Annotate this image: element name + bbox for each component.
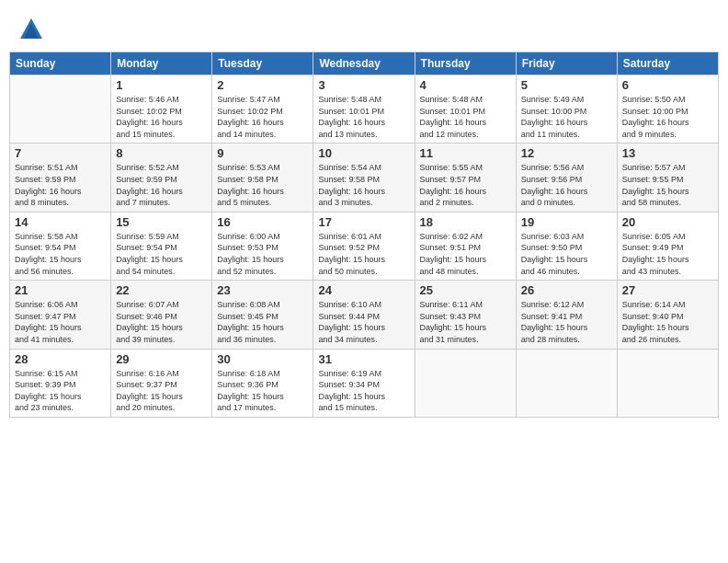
day-cell: 28Sunrise: 6:15 AM Sunset: 9:39 PM Dayli… — [10, 349, 111, 417]
day-cell — [10, 75, 111, 144]
day-number: 13 — [622, 146, 713, 160]
day-info: Sunrise: 6:06 AM Sunset: 9:47 PM Dayligh… — [15, 299, 106, 345]
day-info: Sunrise: 6:01 AM Sunset: 9:52 PM Dayligh… — [318, 231, 409, 277]
day-info: Sunrise: 6:10 AM Sunset: 9:44 PM Dayligh… — [318, 299, 409, 345]
day-cell: 27Sunrise: 6:14 AM Sunset: 9:40 PM Dayli… — [617, 281, 718, 349]
day-cell: 18Sunrise: 6:02 AM Sunset: 9:51 PM Dayli… — [415, 212, 516, 280]
day-cell: 29Sunrise: 6:16 AM Sunset: 9:37 PM Dayli… — [111, 349, 212, 417]
day-number: 17 — [318, 215, 409, 229]
day-number: 4 — [420, 78, 511, 92]
day-number: 1 — [116, 78, 207, 92]
day-cell: 14Sunrise: 5:58 AM Sunset: 9:54 PM Dayli… — [10, 212, 111, 280]
page-header — [9, 9, 719, 46]
day-number: 6 — [622, 78, 713, 92]
day-cell: 10Sunrise: 5:54 AM Sunset: 9:58 PM Dayli… — [313, 144, 415, 212]
day-number: 16 — [217, 215, 308, 229]
day-info: Sunrise: 5:54 AM Sunset: 9:58 PM Dayligh… — [318, 162, 409, 208]
header-cell-wednesday: Wednesday — [313, 52, 415, 75]
day-info: Sunrise: 5:46 AM Sunset: 10:02 PM Daylig… — [116, 94, 207, 140]
day-cell — [617, 349, 718, 417]
day-number: 23 — [217, 283, 308, 297]
logo-icon — [18, 17, 44, 42]
day-cell — [516, 349, 617, 417]
day-number: 15 — [116, 215, 207, 229]
week-row-3: 14Sunrise: 5:58 AM Sunset: 9:54 PM Dayli… — [10, 212, 719, 280]
day-number: 10 — [318, 146, 409, 160]
day-info: Sunrise: 6:03 AM Sunset: 9:50 PM Dayligh… — [521, 231, 612, 277]
day-info: Sunrise: 6:02 AM Sunset: 9:51 PM Dayligh… — [420, 231, 511, 277]
day-number: 26 — [521, 283, 612, 297]
day-cell: 3Sunrise: 5:48 AM Sunset: 10:01 PM Dayli… — [313, 75, 415, 144]
day-cell: 13Sunrise: 5:57 AM Sunset: 9:55 PM Dayli… — [617, 144, 718, 212]
day-number: 5 — [521, 78, 612, 92]
day-info: Sunrise: 5:52 AM Sunset: 9:59 PM Dayligh… — [116, 162, 207, 208]
calendar-table: SundayMondayTuesdayWednesdayThursdayFrid… — [9, 52, 719, 418]
day-number: 3 — [318, 78, 409, 92]
day-number: 30 — [217, 352, 308, 366]
day-number: 21 — [15, 283, 106, 297]
day-info: Sunrise: 5:49 AM Sunset: 10:00 PM Daylig… — [521, 94, 612, 140]
day-cell: 24Sunrise: 6:10 AM Sunset: 9:44 PM Dayli… — [313, 281, 415, 349]
day-number: 2 — [217, 78, 308, 92]
day-cell: 21Sunrise: 6:06 AM Sunset: 9:47 PM Dayli… — [10, 281, 111, 349]
header-cell-monday: Monday — [111, 52, 212, 75]
day-number: 29 — [116, 352, 207, 366]
day-cell: 22Sunrise: 6:07 AM Sunset: 9:46 PM Dayli… — [111, 281, 212, 349]
day-number: 28 — [15, 352, 106, 366]
day-info: Sunrise: 5:50 AM Sunset: 10:00 PM Daylig… — [622, 94, 713, 140]
calendar-header: SundayMondayTuesdayWednesdayThursdayFrid… — [10, 52, 719, 75]
day-info: Sunrise: 6:19 AM Sunset: 9:34 PM Dayligh… — [318, 368, 409, 414]
day-cell: 1Sunrise: 5:46 AM Sunset: 10:02 PM Dayli… — [111, 75, 212, 144]
week-row-1: 1Sunrise: 5:46 AM Sunset: 10:02 PM Dayli… — [10, 75, 719, 144]
day-cell: 17Sunrise: 6:01 AM Sunset: 9:52 PM Dayli… — [313, 212, 415, 280]
day-cell: 19Sunrise: 6:03 AM Sunset: 9:50 PM Dayli… — [516, 212, 617, 280]
calendar-body: 1Sunrise: 5:46 AM Sunset: 10:02 PM Dayli… — [10, 75, 719, 418]
header-cell-tuesday: Tuesday — [212, 52, 313, 75]
day-number: 11 — [420, 146, 511, 160]
day-info: Sunrise: 5:58 AM Sunset: 9:54 PM Dayligh… — [15, 231, 106, 277]
day-cell: 6Sunrise: 5:50 AM Sunset: 10:00 PM Dayli… — [617, 75, 718, 144]
day-number: 19 — [521, 215, 612, 229]
day-cell: 16Sunrise: 6:00 AM Sunset: 9:53 PM Dayli… — [212, 212, 313, 280]
day-info: Sunrise: 5:55 AM Sunset: 9:57 PM Dayligh… — [420, 162, 511, 208]
day-info: Sunrise: 5:56 AM Sunset: 9:56 PM Dayligh… — [521, 162, 612, 208]
day-info: Sunrise: 6:05 AM Sunset: 9:49 PM Dayligh… — [622, 231, 713, 277]
day-cell: 2Sunrise: 5:47 AM Sunset: 10:02 PM Dayli… — [212, 75, 313, 144]
day-info: Sunrise: 5:51 AM Sunset: 9:59 PM Dayligh… — [15, 162, 106, 208]
week-row-5: 28Sunrise: 6:15 AM Sunset: 9:39 PM Dayli… — [10, 349, 719, 417]
day-cell: 31Sunrise: 6:19 AM Sunset: 9:34 PM Dayli… — [313, 349, 415, 417]
day-cell: 15Sunrise: 5:59 AM Sunset: 9:54 PM Dayli… — [111, 212, 212, 280]
day-info: Sunrise: 6:18 AM Sunset: 9:36 PM Dayligh… — [217, 368, 308, 414]
day-number: 9 — [217, 146, 308, 160]
day-number: 18 — [420, 215, 511, 229]
day-cell: 23Sunrise: 6:08 AM Sunset: 9:45 PM Dayli… — [212, 281, 313, 349]
day-info: Sunrise: 6:07 AM Sunset: 9:46 PM Dayligh… — [116, 299, 207, 345]
week-row-2: 7Sunrise: 5:51 AM Sunset: 9:59 PM Daylig… — [10, 144, 719, 212]
day-info: Sunrise: 6:15 AM Sunset: 9:39 PM Dayligh… — [15, 368, 106, 414]
day-info: Sunrise: 6:08 AM Sunset: 9:45 PM Dayligh… — [217, 299, 308, 345]
day-cell: 8Sunrise: 5:52 AM Sunset: 9:59 PM Daylig… — [111, 144, 212, 212]
day-info: Sunrise: 6:16 AM Sunset: 9:37 PM Dayligh… — [116, 368, 207, 414]
header-cell-sunday: Sunday — [10, 52, 111, 75]
day-cell: 25Sunrise: 6:11 AM Sunset: 9:43 PM Dayli… — [415, 281, 516, 349]
day-info: Sunrise: 5:48 AM Sunset: 10:01 PM Daylig… — [420, 94, 511, 140]
day-cell: 9Sunrise: 5:53 AM Sunset: 9:58 PM Daylig… — [212, 144, 313, 212]
day-cell: 5Sunrise: 5:49 AM Sunset: 10:00 PM Dayli… — [516, 75, 617, 144]
day-number: 12 — [521, 146, 612, 160]
header-cell-thursday: Thursday — [415, 52, 516, 75]
day-number: 25 — [420, 283, 511, 297]
day-cell: 30Sunrise: 6:18 AM Sunset: 9:36 PM Dayli… — [212, 349, 313, 417]
day-number: 20 — [622, 215, 713, 229]
day-cell: 7Sunrise: 5:51 AM Sunset: 9:59 PM Daylig… — [10, 144, 111, 212]
day-info: Sunrise: 5:47 AM Sunset: 10:02 PM Daylig… — [217, 94, 308, 140]
day-info: Sunrise: 6:14 AM Sunset: 9:40 PM Dayligh… — [622, 299, 713, 345]
day-number: 7 — [15, 146, 106, 160]
day-number: 22 — [116, 283, 207, 297]
day-info: Sunrise: 5:53 AM Sunset: 9:58 PM Dayligh… — [217, 162, 308, 208]
day-number: 24 — [318, 283, 409, 297]
day-number: 27 — [622, 283, 713, 297]
day-info: Sunrise: 6:00 AM Sunset: 9:53 PM Dayligh… — [217, 231, 308, 277]
day-cell: 26Sunrise: 6:12 AM Sunset: 9:41 PM Dayli… — [516, 281, 617, 349]
header-cell-saturday: Saturday — [617, 52, 718, 75]
day-cell — [415, 349, 516, 417]
